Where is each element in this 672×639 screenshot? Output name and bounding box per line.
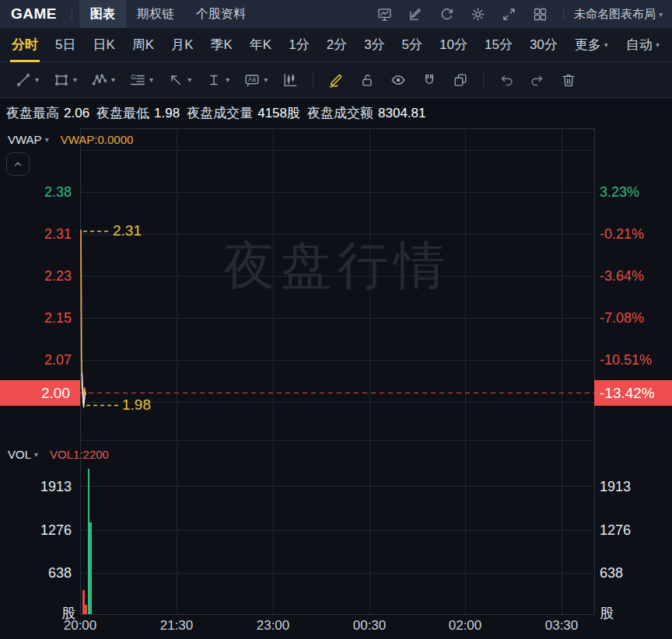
visibility-button[interactable] — [383, 62, 414, 98]
timeframe-3m[interactable]: 3分 — [355, 28, 393, 62]
pct-axis-tick: -0.21% — [600, 226, 644, 242]
arrow-tool-button[interactable]: ▾ — [160, 62, 198, 98]
chevron-down-icon: ▾ — [111, 75, 115, 84]
continuous-draw-button[interactable] — [320, 62, 352, 98]
session-watermark: 夜盘行情 — [80, 231, 594, 301]
more-label: 更多 — [575, 28, 601, 62]
text-annotation-icon: Aa — [243, 72, 261, 89]
eye-icon — [390, 72, 407, 89]
chevron-down-icon: ▾ — [187, 75, 191, 84]
price-axis-tick: 2.38 — [0, 184, 72, 200]
delete-drawings-button[interactable] — [553, 62, 584, 98]
price-chart-canvas[interactable] — [0, 126, 672, 639]
text-tool-button[interactable]: Aa ▾ — [236, 62, 275, 98]
timeframe-weekly[interactable]: 周K — [124, 28, 163, 62]
vwap-indicator-value: VWAP:0.0000 — [61, 133, 134, 146]
brush-icon-active — [327, 72, 345, 89]
stat-volume-value: 4158股 — [257, 106, 300, 120]
refresh-icon — [439, 6, 455, 23]
pct-axis-tick: 3.23% — [600, 184, 639, 200]
settings-button[interactable] — [466, 2, 491, 26]
vol-indicator-value: VOL1:2200 — [50, 448, 109, 461]
pattern-tool-button[interactable] — [275, 62, 306, 98]
trash-icon — [560, 72, 577, 89]
timeframe-more-dropdown[interactable]: 更多 ▾ — [566, 28, 617, 62]
lock-drawings-button[interactable] — [352, 62, 383, 98]
timeframe-monthly[interactable]: 月K — [163, 28, 201, 62]
volume-bar — [89, 522, 92, 614]
price-axis-tick: 2.31 — [0, 226, 72, 242]
grid-layout-button[interactable] — [528, 2, 553, 26]
undo-button[interactable] — [491, 62, 522, 98]
trendline-tool-button[interactable]: ▾ — [8, 62, 46, 98]
auto-label: 自动 — [626, 36, 653, 54]
low-price-annotation: 1.98 — [122, 396, 151, 414]
trendline-icon — [15, 72, 32, 89]
edit-chart-button[interactable] — [404, 2, 429, 26]
divider — [313, 72, 313, 88]
monitor-chart-button[interactable] — [373, 2, 397, 26]
chevron-down-icon: ▾ — [656, 40, 660, 49]
current-price-badge: 2.00 — [0, 380, 80, 406]
tab-option-chain[interactable]: 期权链 — [126, 0, 185, 28]
timeframe-bar: 分时 5日 日K 周K 月K 季K 年K 1分 2分 3分 5分 10分 15分… — [0, 28, 672, 62]
high-price-annotation: 2.31 — [113, 222, 142, 239]
svg-text:Aa: Aa — [248, 76, 257, 83]
rectangle-shape-icon — [53, 72, 70, 89]
timeframe-30m[interactable]: 30分 — [521, 28, 566, 62]
price-label-tool-button[interactable]: ▾ — [198, 62, 236, 98]
redo-button[interactable] — [522, 62, 553, 98]
price-axis-tick: 2.23 — [0, 268, 72, 284]
timeframe-quarterly[interactable]: 季K — [202, 28, 241, 62]
magnet-icon — [421, 72, 438, 89]
refresh-button[interactable] — [435, 2, 460, 26]
timeframe-yearly[interactable]: 年K — [241, 28, 280, 62]
timeframe-2m[interactable]: 2分 — [318, 28, 355, 62]
stat-turnover-value: 8304.81 — [378, 106, 425, 120]
gann-lines-icon: G — [129, 72, 146, 89]
pct-axis-tick: -7.08% — [600, 310, 644, 326]
price-axis-tick: 2.07 — [0, 352, 72, 368]
svg-text:G: G — [131, 73, 136, 81]
candlestick-pattern-icon — [282, 72, 299, 89]
timeframe-10m[interactable]: 10分 — [431, 28, 476, 62]
shape-tool-button[interactable]: ▾ — [46, 62, 84, 98]
timeframe-1m[interactable]: 1分 — [280, 28, 317, 62]
timeframe-5d[interactable]: 5日 — [47, 28, 84, 62]
collapse-pane-button[interactable] — [6, 152, 30, 176]
symbol-title: GAME — [11, 5, 57, 23]
timeframe-15m[interactable]: 15分 — [476, 28, 521, 62]
grid-layout-icon — [532, 6, 548, 23]
timeframe-intraday[interactable]: 分时 — [3, 28, 47, 62]
tab-stock-info[interactable]: 个股资料 — [185, 0, 257, 28]
stat-turnover-label: 夜盘成交额 — [307, 106, 373, 120]
stat-low-label: 夜盘最低 — [96, 106, 149, 120]
chevron-up-icon — [12, 159, 23, 169]
divider — [72, 9, 72, 20]
session-stats-line: 夜盘最高2.06夜盘最低1.98夜盘成交量4158股夜盘成交额8304.81 — [6, 104, 432, 122]
pct-axis-tick: -3.64% — [600, 268, 644, 284]
layout-name-dropdown[interactable]: 未命名图表布局 ▾ — [571, 7, 672, 22]
undo-icon — [498, 72, 515, 89]
drawing-toolbar: ▾ ▾ ▾ G ▾ ▾ ▾ Aa ▾ — [0, 62, 672, 98]
vwap-indicator-row[interactable]: VWAP ▾ VWAP:0.0000 — [8, 133, 133, 146]
vol-indicator-row[interactable]: VOL ▾ VOL1:2200 — [8, 448, 109, 461]
lock-open-icon — [359, 72, 376, 89]
monitor-chart-icon — [376, 6, 393, 23]
volume-unit-label: 股 — [600, 606, 614, 621]
gann-tool-button[interactable]: G ▾ — [122, 62, 160, 98]
time-axis-tick: 02:00 — [434, 618, 496, 634]
auto-scale-dropdown[interactable]: 自动 ▾ — [626, 36, 660, 54]
timeframe-5m[interactable]: 5分 — [394, 28, 431, 62]
clone-icon — [452, 72, 469, 89]
time-axis-tick: 00:30 — [338, 618, 401, 634]
fullscreen-icon — [501, 6, 517, 23]
clone-button[interactable] — [445, 62, 476, 98]
wave-tool-button[interactable]: ▾ — [84, 62, 122, 98]
stat-high-label: 夜盘最高 — [6, 106, 59, 120]
timeframe-daily[interactable]: 日K — [84, 28, 123, 62]
elliott-wave-icon — [91, 72, 108, 89]
tab-chart[interactable]: 图表 — [79, 0, 126, 28]
fullscreen-button[interactable] — [497, 2, 522, 26]
magnet-button[interactable] — [414, 62, 445, 98]
